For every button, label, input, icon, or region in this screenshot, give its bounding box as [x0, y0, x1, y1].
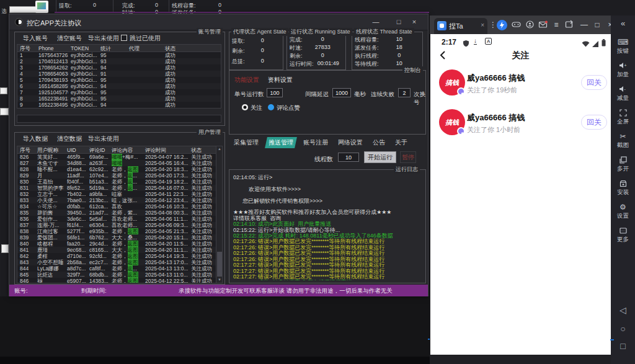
table-row[interactable]: 317086542625eyJhbGci...94成功: [17, 64, 221, 71]
follow-radio[interactable]: [242, 104, 248, 110]
table-row[interactable]: 719251045770eyJhbGci...95成功: [17, 89, 221, 95]
thread-count-input[interactable]: [338, 153, 359, 162]
scroll-thumb[interactable]: [217, 252, 222, 277]
table-row[interactable]: 833小天使...7bae0...213bc...哇，这张...2025-04-…: [17, 197, 222, 203]
column-header[interactable]: UID: [64, 146, 87, 153]
table-row[interactable]: 835辞韵酱39450...21ad7...老师，紫...2025-04-08 …: [17, 210, 222, 216]
sidebar-item-keyboard[interactable]: ⌨按键: [611, 38, 635, 54]
follower-name[interactable]: 威ya66666 搞钱: [467, 112, 525, 123]
column-header[interactable]: 统计: [98, 45, 127, 51]
table-row[interactable]: 841鹿瑾9ec68...c8165...大大，返图2025-04-20 11:…: [17, 247, 222, 253]
clear-accounts-button[interactable]: 清空账号: [57, 34, 82, 43]
scrollbar[interactable]: ▲ ▼: [216, 146, 222, 283]
sidebar-item-screenshot[interactable]: ✂截图: [611, 133, 635, 148]
sidebar-item-multi-instance[interactable]: 多开: [611, 156, 635, 172]
interval-delay-input[interactable]: [332, 88, 351, 97]
collapse-sidebar-icon[interactable]: «: [611, 19, 635, 28]
record-icon[interactable]: [524, 20, 535, 32]
table-row[interactable]: 116756437263eyJhbGci...95成功: [17, 52, 221, 58]
android-recents-button[interactable]: □: [611, 341, 635, 351]
clear-data-button[interactable]: 清空数据: [57, 135, 82, 143]
column-header[interactable]: 序号: [17, 45, 36, 51]
table-row[interactable]: 844LyLa娜娜a8d7c...caf8f...老师，返...2025-04-…: [17, 265, 222, 272]
table-row[interactable]: 829月11adf...107e4...老师，返...2025-04-20 17…: [17, 172, 222, 179]
column-header[interactable]: 评论时间: [143, 146, 189, 153]
column-header[interactable]: 用户昵称: [35, 146, 64, 153]
android-home-button[interactable]: ○: [611, 324, 635, 334]
table-row[interactable]: 831智慧的伊李8fe52...5d19a...老师，返...2025-04-1…: [17, 185, 222, 191]
table-row[interactable]: 417086540636eyJhbGci...91成功: [17, 71, 221, 77]
sidebar-item-install[interactable]: 安装: [611, 180, 635, 195]
table-row[interactable]: 843小空不想睡2b58a...ec2c7...老师，返图2025-04-13 …: [17, 259, 222, 265]
table-row[interactable]: 517094381934eyJhbGci...95成功: [17, 77, 221, 83]
table-row[interactable]: 916522384953eyJhbGci...94成功: [17, 102, 221, 108]
table-row[interactable]: 846裑e5907...14383...老师，返图2025-04-12 22:5…: [17, 278, 222, 283]
column-header[interactable]: 序号: [17, 146, 35, 153]
table-row[interactable]: 839爱饭团...56fe1...6b762...大大，桑...2025-04-…: [17, 234, 222, 241]
emulator-titlebar[interactable]: 捏Ta × ⋮ ≡ — □ ×: [430, 16, 611, 34]
column-header[interactable]: 评论ID: [87, 146, 109, 153]
sidebar-item-settings[interactable]: ⚙设置: [611, 203, 635, 219]
tab-push[interactable]: 推送管理: [265, 137, 297, 148]
table-row[interactable]: 842柔槿d710e...92cfd...老师，返图2025-04-14 19:…: [17, 253, 222, 259]
maximize-button[interactable]: □: [391, 17, 407, 27]
table-row[interactable]: 837连潮-万...f61f4...e6304...喜欢老师...2025-04…: [17, 222, 222, 228]
scroll-up-icon[interactable]: ▲: [216, 146, 223, 152]
skip-used-checkbox[interactable]: [121, 35, 127, 41]
table-row[interactable]: 836爱创作...3de6c...5e5af...喜欢老师...2025-04-…: [17, 216, 222, 222]
tab-collect[interactable]: 采集管理: [231, 137, 261, 148]
message-icon[interactable]: [537, 20, 548, 32]
user-table[interactable]: ▲ ▼ 序号用户昵称UID评论ID评论内容评论时间状态826芙芙好...465f…: [17, 146, 223, 283]
import-accounts-button[interactable]: 导入账号: [23, 34, 48, 43]
export-unused-data-button[interactable]: 导出未使用: [88, 135, 119, 143]
column-header[interactable]: 状态: [189, 146, 216, 153]
table-row[interactable]: 832立志于...7b402...a9bfa...哇塞2025-04-11 22…: [17, 191, 222, 197]
account-table[interactable]: 序号PhoneTOKEN统计代理状态116756437263eyJhbGci..…: [17, 44, 221, 109]
start-run-button[interactable]: 开始运行: [364, 151, 396, 163]
tab-close-icon[interactable]: ×: [481, 22, 484, 29]
table-row[interactable]: 816522384913eyJhbGci...95成功: [17, 95, 221, 102]
menu-lines-icon[interactable]: ≡: [551, 19, 562, 30]
follow-back-button[interactable]: 回关: [581, 115, 607, 130]
column-header[interactable]: 评论内容: [109, 146, 143, 153]
runs-per-account-input[interactable]: [267, 88, 283, 97]
import-data-button[interactable]: 导入数据: [23, 135, 48, 143]
table-row[interactable]: 834☆可乐☆d0fab...612ca...喜欢2025-04-16 10:3…: [17, 203, 222, 210]
column-header[interactable]: TOKEN: [68, 45, 98, 51]
sidebar-item-volume-up[interactable]: + 加量: [611, 62, 635, 78]
android-back-button[interactable]: ◁: [611, 305, 635, 315]
sidebar-item-fullscreen[interactable]: 全屏: [611, 109, 635, 125]
emulator-tab[interactable]: 捏Ta ×: [434, 18, 487, 34]
comment-like-radio[interactable]: [268, 104, 274, 110]
table-row[interactable]: 845比炬达329f7...68bdb...老师，返图2025-04-13 11…: [17, 272, 222, 278]
table-row[interactable]: 616514582855eyJhbGci...94成功: [17, 83, 221, 89]
tab-about[interactable]: 关于: [393, 137, 410, 148]
table-row[interactable]: 827木鱼です34d88...a263f...嘴嘴2025-04-05 16:4…: [17, 160, 222, 166]
tab-register[interactable]: 账号注册: [301, 137, 331, 148]
tab-announcement[interactable]: 公告: [370, 137, 388, 148]
follower-name[interactable]: 威ya66666 搞钱: [467, 73, 525, 84]
rotate-screen-icon[interactable]: [563, 20, 574, 32]
column-header[interactable]: 状态: [162, 45, 212, 51]
scroll-down-icon[interactable]: ▼: [216, 277, 223, 283]
emulator-minimize-button[interactable]: —: [579, 19, 590, 30]
table-row[interactable]: 826芙芙好...465f9...69a6e...嘴嘴+梅#...2025-04…: [17, 154, 222, 160]
sidebar-item-volume-down[interactable]: - 减量: [611, 86, 635, 101]
pause-button[interactable]: 暂停: [400, 151, 416, 163]
column-header[interactable]: 代理: [127, 45, 162, 51]
tab-profile-settings[interactable]: 资料设置: [268, 76, 293, 84]
gamepad-icon[interactable]: [510, 20, 522, 32]
table-row[interactable]: 840啥都程faa20...29c4d...老师，返图2025-04-20 11…: [17, 241, 222, 247]
sidebar-item-more[interactable]: ⋯ 更多: [611, 227, 635, 242]
tab-network[interactable]: 网络设置: [335, 137, 365, 148]
account-input-field[interactable]: [17, 115, 221, 123]
table-row[interactable]: 838江南过客5277f...e935b...老师，返图2025-04-05 2…: [17, 228, 222, 234]
table-row[interactable]: 830王嘉怡f040f...b51a3...老师，返...2025-04-19 …: [17, 179, 222, 185]
minimize-button[interactable]: —: [368, 17, 384, 27]
tab-function-settings[interactable]: 功能设置: [234, 76, 259, 84]
fail-streak-input[interactable]: [398, 88, 411, 97]
follow-back-button[interactable]: 回关: [581, 75, 607, 90]
table-row[interactable]: 217040124131eyJhbGci...93成功: [17, 58, 221, 64]
export-unused-button[interactable]: 导出未使用: [88, 34, 119, 43]
column-header[interactable]: Phone: [36, 45, 68, 51]
